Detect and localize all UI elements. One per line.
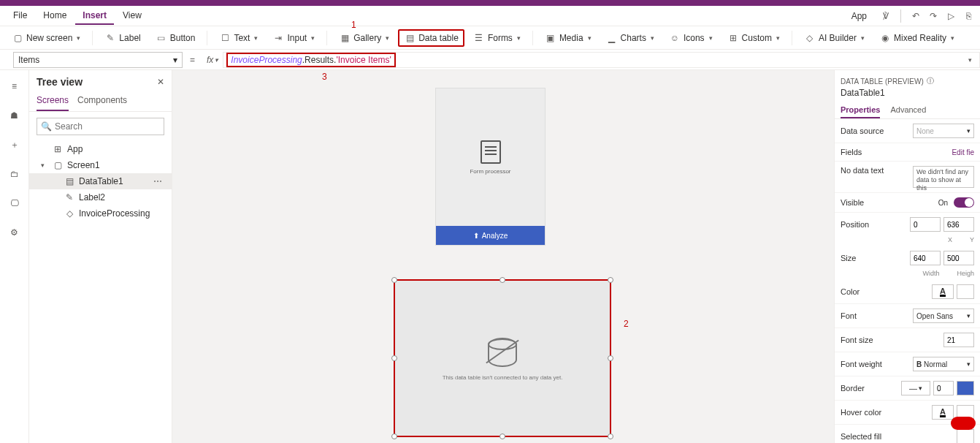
font-weight-dropdown[interactable]: B Normal▾ <box>913 357 974 371</box>
tree-item-app[interactable]: ⊞App <box>29 141 172 157</box>
subscribe-badge[interactable] <box>951 417 976 430</box>
text-icon: ☐ <box>219 32 231 44</box>
stethoscope-icon[interactable]: ℣ <box>880 10 892 22</box>
position-y-input[interactable] <box>943 217 974 232</box>
expand-icon[interactable]: ▾ <box>964 56 976 64</box>
divider <box>900 10 901 23</box>
formula-input[interactable]: InvoiceProcessing.Results.'Invoice Items… <box>223 52 980 68</box>
screen-icon: ▢ <box>12 32 23 44</box>
gallery-button[interactable]: ▦Gallery▾ <box>333 30 395 46</box>
resize-handle[interactable] <box>608 355 613 361</box>
chevron-down-icon: ▾ <box>311 34 315 42</box>
label-button[interactable]: ✎Label <box>99 30 146 46</box>
tree-item-label2[interactable]: ✎Label2 <box>29 189 172 205</box>
annotation-1-abs: 1 <box>351 20 356 30</box>
width-input[interactable] <box>910 251 941 265</box>
insert-icon[interactable]: ＋ <box>4 135 25 155</box>
no-data-text-input[interactable]: We didn't find any data to show at this <box>913 166 974 188</box>
button-icon: ▭ <box>156 32 167 44</box>
database-empty-icon <box>488 336 517 368</box>
tab-components[interactable]: Components <box>77 91 127 111</box>
hamburger-icon[interactable]: ≡ <box>4 76 25 96</box>
tree-item-screen1[interactable]: ▾▢Screen1 <box>29 157 172 173</box>
visible-toggle[interactable] <box>954 197 974 208</box>
forms-button[interactable]: ☰Forms▾ <box>467 30 527 46</box>
close-icon[interactable]: ✕ <box>157 77 164 87</box>
button-button[interactable]: ▭Button <box>150 30 202 46</box>
menu-insert[interactable]: Insert <box>75 7 114 25</box>
chevron-down-icon: ▾ <box>651 34 654 42</box>
form-processor-label: Form processor <box>470 168 510 175</box>
emoji-icon: ☺ <box>669 32 681 44</box>
position-x-input[interactable] <box>910 217 941 232</box>
border-width-input[interactable] <box>933 381 954 395</box>
property-dropdown[interactable]: Items▾ <box>13 52 183 68</box>
play-icon[interactable]: ▷ <box>945 10 957 22</box>
ai-icon: ◇ <box>64 208 74 219</box>
info-icon[interactable]: ⓘ <box>927 76 934 86</box>
resize-handle[interactable] <box>391 277 397 283</box>
selected-fill-swatch[interactable] <box>957 429 974 443</box>
control-name: DataTable1 <box>835 86 980 102</box>
color-picker[interactable]: A <box>932 284 954 299</box>
canvas[interactable]: 1 2 3 Form processor ⬆Analyze This data … <box>172 70 834 443</box>
ribbon: ▢New screen▾ ✎Label ▭Button ☐Text▾ ⇥Inpu… <box>0 26 980 50</box>
analyze-button[interactable]: ⬆Analyze <box>436 226 545 245</box>
height-input[interactable] <box>943 251 974 265</box>
text-button[interactable]: ☐Text▾ <box>213 30 264 46</box>
resize-handle[interactable] <box>608 433 613 439</box>
tree-item-invoiceprocessing[interactable]: ◇InvoiceProcessing <box>29 205 172 222</box>
search-icon: 🔍 <box>41 121 52 132</box>
data-table-button[interactable]: ▤Data table <box>398 29 464 47</box>
resize-handle[interactable] <box>499 433 505 439</box>
resize-handle[interactable] <box>391 355 397 361</box>
form-processor-control[interactable]: Form processor ⬆Analyze <box>435 88 545 246</box>
tree-view-panel: Tree view ✕ Screens Components 🔍 ⊞App ▾▢… <box>29 70 172 443</box>
data-icon[interactable]: 🗀 <box>4 164 25 184</box>
border-style-dropdown[interactable]: —▾ <box>901 381 930 395</box>
font-size-input[interactable] <box>943 333 974 347</box>
input-button[interactable]: ⇥Input▾ <box>267 30 321 46</box>
menu-home[interactable]: Home <box>36 7 74 25</box>
tree-view-icon[interactable]: ☗ <box>4 105 25 126</box>
tree-item-datatable1[interactable]: ▤DataTable1⋯ <box>29 173 172 189</box>
resize-handle[interactable] <box>391 433 397 439</box>
share-icon[interactable]: ⎘ <box>962 10 974 22</box>
row-data-source: Data source None▾ <box>835 119 980 143</box>
advanced-tools-icon[interactable]: ⚙ <box>4 222 25 243</box>
ai-builder-button[interactable]: ◇AI Builder▾ <box>798 30 870 46</box>
more-icon[interactable]: ⋯ <box>153 176 166 186</box>
redo-icon[interactable]: ↷ <box>927 10 939 22</box>
tab-properties[interactable]: Properties <box>841 102 880 118</box>
undo-icon[interactable]: ↶ <box>910 10 922 22</box>
label-icon: ✎ <box>64 192 74 202</box>
resize-handle[interactable] <box>608 277 613 283</box>
separator <box>326 31 327 45</box>
media-rail-icon[interactable]: 🖵 <box>4 193 25 213</box>
tab-screens[interactable]: Screens <box>37 91 69 111</box>
edit-fields-link[interactable]: Edit fie <box>952 148 974 156</box>
fx-label[interactable]: fx▾ <box>202 55 223 65</box>
datatable-control[interactable]: This data table isn't connected to any d… <box>394 279 611 437</box>
border-color-swatch[interactable] <box>957 381 974 395</box>
media-button[interactable]: ▣Media▾ <box>539 30 597 46</box>
new-screen-button[interactable]: ▢New screen▾ <box>6 30 86 46</box>
icons-button[interactable]: ☺Icons▾ <box>663 30 719 46</box>
mixed-reality-button[interactable]: ◉Mixed Reality▾ <box>873 30 960 46</box>
font-dropdown[interactable]: Open Sans▾ <box>913 308 974 323</box>
tab-advanced[interactable]: Advanced <box>890 102 926 118</box>
form-icon: ☰ <box>473 32 485 44</box>
custom-button[interactable]: ⊞Custom▾ <box>721 30 786 46</box>
hover-color-picker[interactable]: A <box>932 405 954 420</box>
color-swatch[interactable] <box>957 284 974 299</box>
menu-bar: File Home Insert View App ℣ ↶ ↷ ▷ ⎘ <box>0 6 980 26</box>
search-input[interactable] <box>37 118 164 135</box>
resize-handle[interactable] <box>499 277 505 283</box>
menu-view[interactable]: View <box>115 7 149 25</box>
app-button[interactable]: App <box>844 8 874 24</box>
data-source-dropdown[interactable]: None▾ <box>913 124 974 138</box>
title-bar <box>0 0 980 6</box>
charts-button[interactable]: ▁Charts▾ <box>600 30 660 46</box>
collapse-icon[interactable]: ▾ <box>41 162 48 169</box>
menu-file[interactable]: File <box>6 7 34 25</box>
